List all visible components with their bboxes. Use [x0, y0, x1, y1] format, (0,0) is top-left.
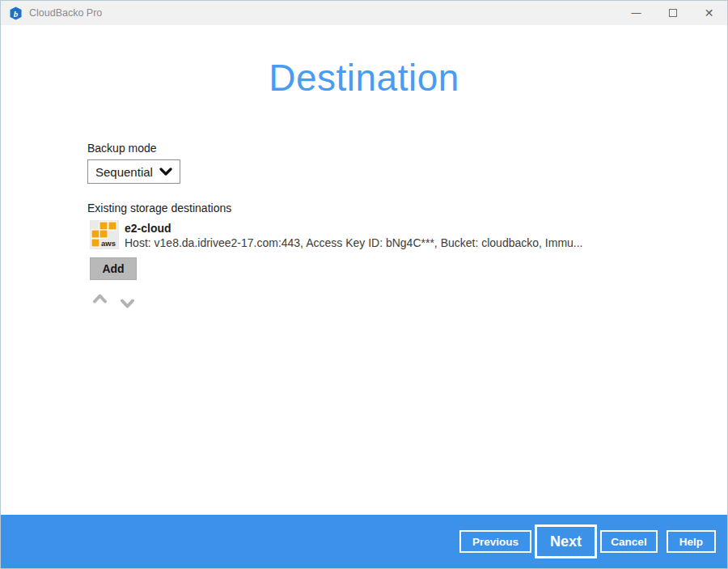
chevron-down-icon — [159, 168, 172, 176]
backup-mode-selected-value: Sequential — [95, 165, 153, 179]
help-button[interactable]: Help — [667, 530, 716, 553]
window-controls: — ✕ — [618, 1, 727, 25]
window-title: CloudBacko Pro — [29, 7, 102, 19]
wizard-footer: Previous Next Cancel Help — [1, 515, 727, 568]
add-destination-button[interactable]: Add — [90, 257, 137, 280]
maximize-button[interactable] — [654, 1, 691, 25]
backup-mode-select[interactable]: Sequential — [87, 159, 180, 184]
close-button[interactable]: ✕ — [691, 1, 727, 25]
next-button[interactable]: Next — [535, 524, 597, 558]
previous-button[interactable]: Previous — [459, 530, 531, 553]
aws-icon-text: aws — [101, 239, 116, 248]
titlebar: b CloudBacko Pro — ✕ — [1, 1, 727, 25]
cancel-button[interactable]: Cancel — [600, 530, 658, 553]
backup-mode-label: Backup mode — [87, 142, 157, 155]
cloudbacko-logo-icon: b — [9, 6, 23, 20]
minimize-button[interactable]: — — [618, 1, 654, 25]
existing-destinations-label: Existing storage destinations — [87, 202, 231, 214]
destination-name: e2-cloud — [125, 222, 583, 236]
svg-text:b: b — [14, 8, 19, 18]
move-down-icon[interactable] — [120, 297, 135, 312]
maximize-icon — [669, 9, 677, 17]
app-window: b CloudBacko Pro — ✕ Destination Backup … — [0, 0, 728, 569]
aws-icon: aws — [90, 220, 119, 249]
page-title: Destination — [1, 56, 727, 100]
reorder-controls — [92, 292, 135, 312]
destination-details: Host: v1e8.da.idrivee2-17.com:443, Acces… — [125, 236, 583, 251]
destination-texts: e2-cloud Host: v1e8.da.idrivee2-17.com:4… — [125, 220, 583, 251]
main-content: Destination Backup mode Sequential Exist… — [1, 25, 727, 515]
destination-list-item[interactable]: aws e2-cloud Host: v1e8.da.idrivee2-17.c… — [90, 220, 583, 251]
move-up-icon[interactable] — [92, 292, 108, 307]
